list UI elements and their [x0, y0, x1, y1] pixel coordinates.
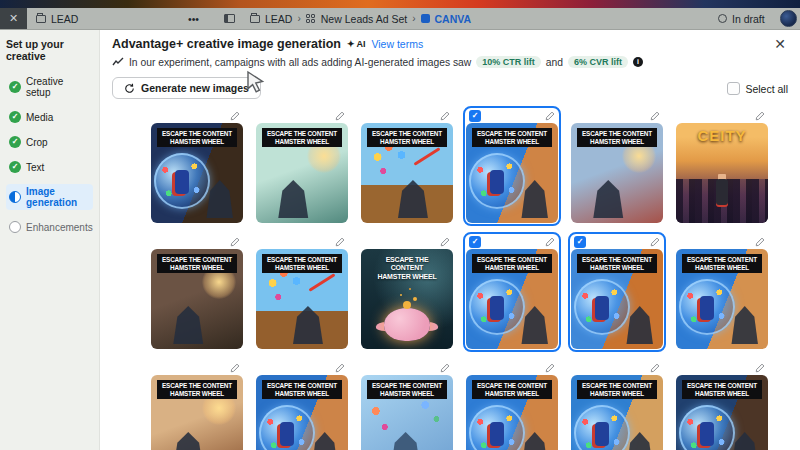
- tile-header: [151, 235, 243, 249]
- sphere-graphic: [574, 405, 630, 450]
- sidebar-step-item[interactable]: Media: [6, 109, 93, 125]
- view-terms-link[interactable]: View terms: [371, 38, 423, 50]
- sidebar-step-item[interactable]: Text: [6, 159, 93, 175]
- tile-header: [361, 361, 453, 375]
- edit-pencil-icon[interactable]: [755, 237, 765, 247]
- sidebar-toggle-button[interactable]: [224, 8, 235, 29]
- step-state-icon: [9, 221, 21, 233]
- generated-image[interactable]: ESCAPE THE CONTENT HAMSTER WHEEL: [466, 249, 558, 349]
- image-tile[interactable]: ESCAPE THE CONTENT HAMSTER WHEEL: [568, 232, 666, 352]
- image-tile[interactable]: ESCAPE THE CONTENT HAMSTER WHEEL: [463, 358, 561, 450]
- edit-pencil-icon[interactable]: [230, 111, 240, 121]
- breadcrumb-ad-icon: [421, 14, 430, 23]
- sidebar-step-item[interactable]: Image generation: [6, 184, 93, 210]
- generated-image[interactable]: ESCAPE THE CONTENT HAMSTER WHEEL: [256, 123, 348, 223]
- info-icon[interactable]: i: [633, 57, 643, 67]
- edit-pencil-icon[interactable]: [650, 111, 660, 121]
- image-title-text: ESCAPE THE CONTENT HAMSTER WHEEL: [262, 128, 343, 147]
- generated-image[interactable]: CEITY: [676, 123, 768, 223]
- generated-image[interactable]: ESCAPE THE CONTENT HAMSTER WHEEL: [676, 375, 768, 450]
- breadcrumb-campaign[interactable]: LEAD: [265, 13, 292, 25]
- window-close-button[interactable]: ✕: [0, 8, 27, 29]
- breadcrumb: LEAD › New Leads Ad Set › CANVA: [250, 8, 471, 29]
- image-tile[interactable]: ESCAPE THE CONTENT HAMSTER WHEEL: [253, 106, 351, 226]
- image-tile[interactable]: ESCAPE THE CONTENT HAMSTER WHEEL: [253, 232, 351, 352]
- edit-pencil-icon[interactable]: [545, 111, 555, 121]
- figure-silhouette: [291, 306, 325, 344]
- edit-pencil-icon[interactable]: [650, 237, 660, 247]
- figure-silhouette: [276, 180, 310, 218]
- image-tile[interactable]: ESCAPE THE CONTENT HAMSTER WHEEL: [673, 358, 771, 450]
- generated-image[interactable]: ESCAPE THE CONTENT HAMSTER WHEEL: [361, 123, 453, 223]
- image-tile[interactable]: ESCAPE THE CONTENT HAMSTER WHEEL: [673, 232, 771, 352]
- sidebar-step-item[interactable]: Creative setup: [6, 74, 93, 100]
- ai-badge: ✦ AI: [347, 39, 366, 49]
- edit-pencil-icon[interactable]: [230, 363, 240, 373]
- edit-pencil-icon[interactable]: [650, 363, 660, 373]
- edit-pencil-icon[interactable]: [440, 111, 450, 121]
- generated-image[interactable]: ESCAPE THE CONTENT HAMSTER WHEEL: [361, 249, 453, 349]
- mouse-cursor: [243, 70, 267, 94]
- generate-button-label: Generate new images: [141, 82, 249, 94]
- cvr-lift-badge: 6% CVR lift: [568, 56, 628, 68]
- image-tile[interactable]: ESCAPE THE CONTENT HAMSTER WHEEL: [463, 232, 561, 352]
- image-tile[interactable]: ESCAPE THE CONTENT HAMSTER WHEEL: [148, 232, 246, 352]
- breadcrumb-folder-icon: [250, 15, 260, 23]
- tile-header: [571, 235, 663, 249]
- select-all-control[interactable]: Select all: [727, 82, 788, 95]
- edit-pencil-icon[interactable]: [335, 237, 345, 247]
- breadcrumb-ad[interactable]: CANVA: [435, 13, 472, 25]
- generated-image[interactable]: ESCAPE THE CONTENT HAMSTER WHEEL: [256, 375, 348, 450]
- sidebar-step-item[interactable]: Enhancements: [6, 219, 93, 235]
- tile-header: [361, 235, 453, 249]
- edit-pencil-icon[interactable]: [230, 237, 240, 247]
- tile-header: [571, 109, 663, 123]
- generated-image[interactable]: ESCAPE THE CONTENT HAMSTER WHEEL: [676, 249, 768, 349]
- generated-image[interactable]: ESCAPE THE CONTENT HAMSTER WHEEL: [256, 249, 348, 349]
- close-panel-icon[interactable]: ✕: [774, 36, 786, 52]
- generated-image[interactable]: ESCAPE THE CONTENT HAMSTER WHEEL: [466, 123, 558, 223]
- edit-pencil-icon[interactable]: [545, 363, 555, 373]
- edit-pencil-icon[interactable]: [545, 237, 555, 247]
- generated-image[interactable]: ESCAPE THE CONTENT HAMSTER WHEEL: [571, 123, 663, 223]
- step-state-icon: [9, 136, 21, 148]
- edit-pencil-icon[interactable]: [755, 111, 765, 121]
- generated-image[interactable]: ESCAPE THE CONTENT HAMSTER WHEEL: [151, 249, 243, 349]
- sidebar-step-item[interactable]: Crop: [6, 134, 93, 150]
- figure-silhouette: [171, 306, 205, 344]
- generated-image[interactable]: ESCAPE THE CONTENT HAMSTER WHEEL: [151, 123, 243, 223]
- image-tile[interactable]: ESCAPE THE CONTENT HAMSTER WHEEL: [358, 232, 456, 352]
- image-tile[interactable]: ESCAPE THE CONTENT HAMSTER WHEEL: [568, 358, 666, 450]
- generated-image[interactable]: ESCAPE THE CONTENT HAMSTER WHEEL: [466, 375, 558, 450]
- tab-overflow-menu[interactable]: •••: [188, 8, 199, 29]
- browser-tab[interactable]: LEAD: [36, 8, 78, 29]
- image-tile[interactable]: ESCAPE THE CONTENT HAMSTER WHEEL: [253, 358, 351, 450]
- select-all-checkbox[interactable]: [727, 82, 740, 95]
- creative-setup-sidebar: Set up your creative Creative setup Medi…: [0, 30, 100, 450]
- generated-image[interactable]: ESCAPE THE CONTENT HAMSTER WHEEL: [571, 249, 663, 349]
- image-selected-checkbox[interactable]: [469, 236, 481, 248]
- avatar[interactable]: [780, 10, 797, 27]
- generated-image[interactable]: ESCAPE THE CONTENT HAMSTER WHEEL: [571, 375, 663, 450]
- generate-new-images-button[interactable]: Generate new images: [112, 77, 261, 99]
- image-tile[interactable]: ESCAPE THE CONTENT HAMSTER WHEEL: [358, 106, 456, 226]
- edit-pencil-icon[interactable]: [335, 363, 345, 373]
- step-label: Crop: [26, 137, 48, 148]
- generated-image[interactable]: ESCAPE THE CONTENT HAMSTER WHEEL: [361, 375, 453, 450]
- image-tile[interactable]: ESCAPE THE CONTENT HAMSTER WHEEL: [148, 106, 246, 226]
- edit-pencil-icon[interactable]: [440, 237, 450, 247]
- tile-header: [466, 235, 558, 249]
- image-tile[interactable]: ESCAPE THE CONTENT HAMSTER WHEEL: [358, 358, 456, 450]
- image-tile[interactable]: CEITY: [673, 106, 771, 226]
- image-tile[interactable]: ESCAPE THE CONTENT HAMSTER WHEEL: [568, 106, 666, 226]
- edit-pencil-icon[interactable]: [755, 363, 765, 373]
- image-selected-checkbox[interactable]: [469, 110, 481, 122]
- image-tile[interactable]: ESCAPE THE CONTENT HAMSTER WHEEL: [463, 106, 561, 226]
- edit-pencil-icon[interactable]: [335, 111, 345, 121]
- image-tile[interactable]: ESCAPE THE CONTENT HAMSTER WHEEL: [148, 358, 246, 450]
- image-selected-checkbox[interactable]: [574, 236, 586, 248]
- generated-image[interactable]: ESCAPE THE CONTENT HAMSTER WHEEL: [151, 375, 243, 450]
- edit-pencil-icon[interactable]: [440, 363, 450, 373]
- step-label: Media: [26, 112, 53, 123]
- breadcrumb-adset[interactable]: New Leads Ad Set: [321, 13, 407, 25]
